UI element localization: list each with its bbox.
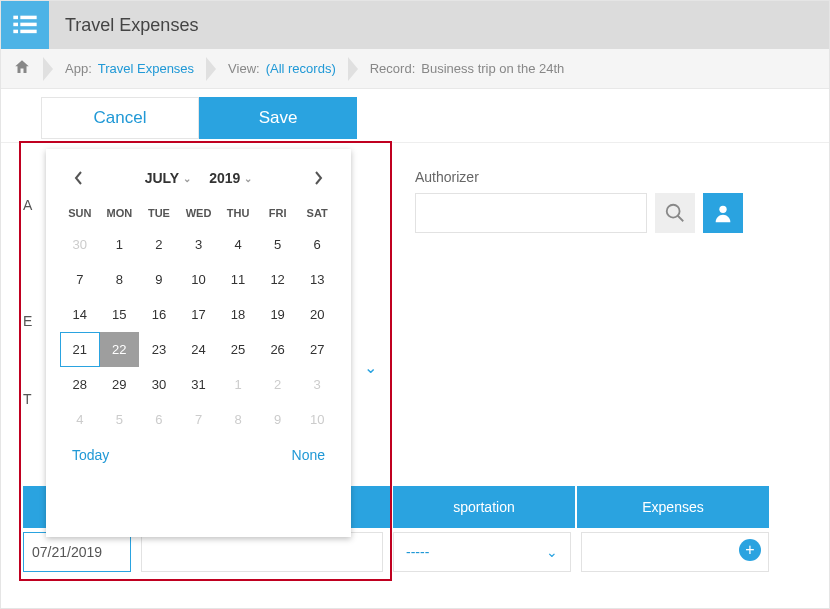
dow-label: FRI xyxy=(258,199,298,227)
svg-point-8 xyxy=(719,206,726,213)
day-cell[interactable]: 22 xyxy=(100,332,140,367)
day-cell[interactable]: 28 xyxy=(60,367,100,402)
none-link[interactable]: None xyxy=(292,447,325,463)
day-cell[interactable]: 8 xyxy=(218,402,258,437)
day-cell[interactable]: 15 xyxy=(100,297,140,332)
th-expenses: Expenses xyxy=(577,486,769,528)
day-cell[interactable]: 10 xyxy=(297,402,337,437)
svg-rect-4 xyxy=(13,30,18,33)
action-bar: Cancel Save xyxy=(1,89,829,143)
bc-app-label: App: xyxy=(65,61,92,76)
authorizer-search-button[interactable] xyxy=(655,193,695,233)
day-cell[interactable]: 23 xyxy=(139,332,179,367)
day-cell[interactable]: 10 xyxy=(179,262,219,297)
day-cell[interactable]: 21 xyxy=(60,332,100,367)
day-cell[interactable]: 6 xyxy=(297,227,337,262)
bc-view-label: View: xyxy=(228,61,260,76)
day-cell[interactable]: 18 xyxy=(218,297,258,332)
dropdown-chevron-icon[interactable]: ⌄ xyxy=(364,358,377,377)
dow-label: SUN xyxy=(60,199,100,227)
day-cell[interactable]: 20 xyxy=(297,297,337,332)
authorizer-group: Authorizer xyxy=(415,169,743,233)
row-date-input[interactable] xyxy=(23,532,131,572)
breadcrumb-sep-icon xyxy=(43,57,53,81)
month-label: JULY xyxy=(145,170,180,186)
day-cell[interactable]: 4 xyxy=(218,227,258,262)
save-button[interactable]: Save xyxy=(199,97,357,139)
day-cell[interactable]: 7 xyxy=(179,402,219,437)
expense-table-row: ----- ⌄ xyxy=(23,532,769,574)
day-cell[interactable]: 25 xyxy=(218,332,258,367)
day-cell[interactable]: 6 xyxy=(139,402,179,437)
day-cell[interactable]: 1 xyxy=(218,367,258,402)
dow-label: SAT xyxy=(297,199,337,227)
day-cell[interactable]: 11 xyxy=(218,262,258,297)
year-select[interactable]: 2019 ⌄ xyxy=(209,170,252,186)
bc-app-link[interactable]: Travel Expenses xyxy=(98,61,194,76)
chevron-down-icon: ⌄ xyxy=(244,173,252,184)
bc-record-text: Business trip on the 24th xyxy=(421,61,564,76)
day-cell[interactable]: 7 xyxy=(60,262,100,297)
day-cell[interactable]: 30 xyxy=(60,227,100,262)
svg-rect-3 xyxy=(20,23,36,27)
year-label: 2019 xyxy=(209,170,240,186)
day-cell[interactable]: 19 xyxy=(258,297,298,332)
day-cell[interactable]: 24 xyxy=(179,332,219,367)
day-cell[interactable]: 27 xyxy=(297,332,337,367)
breadcrumb-sep-icon xyxy=(348,57,358,81)
day-cell[interactable]: 16 xyxy=(139,297,179,332)
next-month-button[interactable] xyxy=(309,169,327,187)
day-cell[interactable]: 29 xyxy=(100,367,140,402)
day-cell[interactable]: 9 xyxy=(258,402,298,437)
svg-line-7 xyxy=(678,216,684,222)
bc-record-label: Record: xyxy=(370,61,416,76)
breadcrumb-sep-icon xyxy=(206,57,216,81)
row-transport-select[interactable]: ----- ⌄ xyxy=(393,532,571,572)
search-icon xyxy=(664,202,686,224)
authorizer-input[interactable] xyxy=(415,193,647,233)
chevron-down-icon: ⌄ xyxy=(183,173,191,184)
day-cell[interactable]: 2 xyxy=(258,367,298,402)
dow-label: TUE xyxy=(139,199,179,227)
bg-label-e: E xyxy=(23,313,32,329)
calendar-grid: SUNMONTUEWEDTHUFRISAT3012345678910111213… xyxy=(60,199,337,437)
svg-rect-0 xyxy=(13,16,18,20)
day-cell[interactable]: 30 xyxy=(139,367,179,402)
day-cell[interactable]: 31 xyxy=(179,367,219,402)
svg-rect-5 xyxy=(20,30,36,33)
bc-view-link[interactable]: (All records) xyxy=(266,61,336,76)
bg-label-a: A xyxy=(23,197,32,213)
page-title: Travel Expenses xyxy=(65,15,198,36)
app-list-icon[interactable] xyxy=(1,1,49,49)
day-cell[interactable]: 3 xyxy=(179,227,219,262)
day-cell[interactable]: 26 xyxy=(258,332,298,367)
date-picker: JULY ⌄ 2019 ⌄ SUNMONTUEWEDTHUFRISAT30123… xyxy=(46,149,351,537)
day-cell[interactable]: 12 xyxy=(258,262,298,297)
svg-point-6 xyxy=(667,205,680,218)
day-cell[interactable]: 14 xyxy=(60,297,100,332)
row-transport-value: ----- xyxy=(406,544,429,560)
dow-label: WED xyxy=(179,199,219,227)
authorizer-person-button[interactable] xyxy=(703,193,743,233)
day-cell[interactable]: 4 xyxy=(60,402,100,437)
row-text-input[interactable] xyxy=(141,532,383,572)
top-bar: Travel Expenses xyxy=(1,1,829,49)
home-icon[interactable] xyxy=(13,58,31,79)
add-row-button[interactable]: + xyxy=(739,539,761,561)
day-cell[interactable]: 1 xyxy=(100,227,140,262)
day-cell[interactable]: 13 xyxy=(297,262,337,297)
day-cell[interactable]: 9 xyxy=(139,262,179,297)
day-cell[interactable]: 8 xyxy=(100,262,140,297)
day-cell[interactable]: 3 xyxy=(297,367,337,402)
th-transport: sportation xyxy=(393,486,575,528)
day-cell[interactable]: 5 xyxy=(258,227,298,262)
month-select[interactable]: JULY ⌄ xyxy=(145,170,192,186)
today-link[interactable]: Today xyxy=(72,447,109,463)
cancel-button[interactable]: Cancel xyxy=(41,97,199,139)
day-cell[interactable]: 2 xyxy=(139,227,179,262)
day-cell[interactable]: 17 xyxy=(179,297,219,332)
bg-label-t: T xyxy=(23,391,32,407)
svg-rect-1 xyxy=(20,16,36,20)
day-cell[interactable]: 5 xyxy=(100,402,140,437)
prev-month-button[interactable] xyxy=(70,169,88,187)
